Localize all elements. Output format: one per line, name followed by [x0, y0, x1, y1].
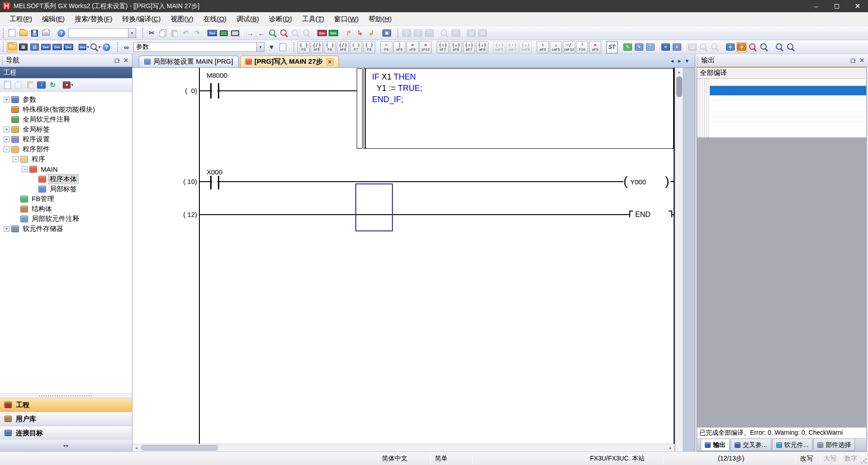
falling-pulse-close-branch-button[interactable]: ┤↓├saF8 — [519, 41, 532, 53]
edit-ladder-button[interactable]: ✎ — [623, 42, 633, 52]
menu-item-B[interactable]: 调试(B) — [231, 13, 264, 25]
nav-new-button[interactable] — [2, 80, 13, 90]
tree-item-FB管理[interactable]: FB管理 — [0, 194, 132, 204]
tree-item-局部标签[interactable]: 局部标签 — [0, 184, 132, 194]
tree-item-参数[interactable]: +参数 — [0, 94, 132, 104]
combo-history-button[interactable]: ▾ — [266, 42, 277, 52]
monitor-stop-all-button[interactable] — [302, 28, 312, 38]
ladder-block-conv3-button[interactable]: ╨ — [424, 28, 434, 38]
compile-row[interactable] — [710, 112, 866, 117]
contact-device-label[interactable]: X000 — [207, 168, 222, 176]
close-panel-icon[interactable]: ✕ — [123, 57, 128, 64]
help-button[interactable]: ? — [56, 28, 66, 38]
pin-icon[interactable] — [114, 58, 120, 63]
window-select-combo[interactable]: ▾ — [68, 28, 136, 38]
menu-item-V[interactable]: 视图(V) — [165, 13, 198, 25]
display-setting-button[interactable] — [759, 42, 769, 52]
nav-paste-button[interactable] — [25, 80, 35, 90]
vertical-scroll-thumb[interactable] — [676, 76, 682, 97]
device-display-button[interactable]: Dev — [207, 28, 217, 38]
tab-list-icon[interactable]: ▾ — [685, 57, 689, 64]
note-display-button[interactable] — [748, 42, 758, 52]
menu-item-W[interactable]: 窗口(W) — [329, 13, 363, 25]
statement-display-button[interactable]: ╪ — [736, 42, 747, 52]
zoom-percent-button[interactable] — [786, 42, 796, 52]
resize-grip[interactable] — [861, 458, 867, 464]
horizontal-scrollbar[interactable]: ◂ ▸ — [132, 444, 675, 451]
rising-pulse-branch-button[interactable]: ┤↑├aF7 — [463, 41, 475, 53]
context-help-button[interactable]: ? — [101, 42, 112, 52]
toolbar-grip[interactable] — [142, 28, 144, 38]
chevron-down-icon[interactable]: ▾ — [256, 42, 264, 52]
horizontal-line-button[interactable]: ─F9 — [380, 41, 392, 53]
ladder-jump-button[interactable]: ↵ — [451, 28, 461, 38]
nav-view-button-用户库[interactable]: 用户库 — [0, 412, 132, 426]
monitor-stop-button[interactable] — [279, 28, 289, 38]
redo-button[interactable]: ↷ — [192, 28, 202, 38]
output-tab-部件选择[interactable]: 部件选择 — [813, 439, 855, 451]
coil-device-label[interactable]: Y000 — [630, 178, 646, 186]
menu-item-E[interactable]: 编辑(E) — [37, 13, 70, 25]
monitor-watch-button[interactable] — [230, 28, 240, 38]
panel-grip[interactable] — [697, 56, 699, 65]
toolbar-grip[interactable] — [2, 42, 5, 52]
zoom-display-button[interactable] — [774, 42, 785, 52]
tree-item-局部软元件注释[interactable]: 局部软元件注释 — [0, 214, 132, 224]
tree-item-MAIN[interactable]: −MAIN — [0, 164, 132, 174]
tree-expander[interactable]: + — [4, 97, 9, 103]
falling-pulse-branch-button[interactable]: ┤↓├aF8 — [476, 41, 488, 53]
tab-scroll-left-icon[interactable]: ◂ — [670, 57, 674, 64]
output-tab-软元件...[interactable]: 软元件... — [772, 439, 813, 451]
note-batch-edit-button[interactable]: ≡ — [672, 42, 682, 52]
intelligent-monitor-button[interactable]: Dev — [63, 42, 74, 52]
tree-item-结构体[interactable]: 结构体 — [0, 204, 132, 214]
end-instruction-label[interactable]: END — [635, 211, 651, 219]
edit-statement-button[interactable]: “ — [645, 42, 656, 52]
ladder-block-conv2-button[interactable]: ╬ — [413, 28, 423, 38]
output-tab-输出[interactable]: 输出 — [701, 439, 730, 451]
menu-item-C[interactable]: 转换/编译(C) — [117, 13, 165, 25]
find-device-button[interactable]: ∞ — [121, 42, 132, 52]
navigation-chevrons[interactable]: ▾▾ — [0, 440, 132, 451]
cut-button[interactable]: ✂ — [146, 28, 157, 38]
module-window-button[interactable]: ▦ — [18, 42, 28, 52]
step-run-button[interactable]: ↱ — [344, 28, 354, 38]
tab-close-icon[interactable]: ✕ — [326, 58, 334, 66]
delete-hline-button[interactable]: ×cF9 — [406, 41, 419, 53]
panel-grip[interactable] — [2, 56, 4, 65]
compile-row-selected[interactable] — [710, 86, 866, 95]
vertical-scrollbar[interactable]: ▴ — [675, 68, 683, 451]
close-branch-button[interactable]: ┤/├sF6 — [337, 41, 349, 53]
compile-row[interactable] — [710, 117, 866, 122]
device-test-on-button[interactable]: Dev — [328, 28, 339, 38]
monitor-start-all-button[interactable] — [290, 28, 301, 38]
invert-result-down-button[interactable]: ↓caF5 — [550, 41, 562, 53]
device-display-format-button[interactable]: Dev▾ — [79, 42, 89, 52]
invert-operation-button[interactable]: ─/caF10 — [563, 41, 575, 53]
toolbar-grip[interactable] — [2, 28, 5, 38]
menu-item-T[interactable]: 工具(T) — [297, 13, 329, 25]
delete-line-button[interactable]: ×aF9 — [589, 41, 601, 53]
tree-expander[interactable]: + — [4, 136, 9, 142]
delete-vline-button[interactable]: ×cF10 — [420, 41, 432, 53]
nav-refresh-button[interactable]: ↻ — [47, 80, 58, 90]
tree-item-程序本体[interactable]: 程序本体 — [0, 174, 132, 184]
monitor-start-button[interactable] — [268, 28, 278, 38]
tree-item-程序[interactable]: −程序 — [0, 154, 132, 164]
device-combo[interactable]: 参数▾ — [133, 42, 264, 52]
rising-pulse-close-branch-button[interactable]: ┤↑├saF7 — [506, 41, 519, 53]
open-project-button[interactable] — [18, 28, 28, 38]
close-button[interactable]: ✕ — [847, 0, 868, 12]
vertical-line-button[interactable]: │sF9 — [393, 41, 406, 53]
undo-button[interactable]: ↶ — [180, 28, 191, 38]
ladder-block-conv-button[interactable]: ╬ — [401, 28, 412, 38]
ladder-find-button[interactable] — [439, 28, 450, 38]
nav-view-button-工程[interactable]: 工程 — [0, 398, 132, 412]
device-batch-window-button[interactable]: Dev — [52, 42, 62, 52]
check-program-button[interactable] — [698, 42, 709, 52]
nav-copy-button[interactable] — [14, 80, 24, 90]
inline-st-button[interactable]: ST — [606, 41, 618, 53]
close-panel-icon[interactable]: ✕ — [859, 57, 864, 64]
horizontal-scroll-thumb[interactable] — [141, 445, 218, 451]
contact-device-label[interactable]: M8000 — [207, 71, 227, 79]
